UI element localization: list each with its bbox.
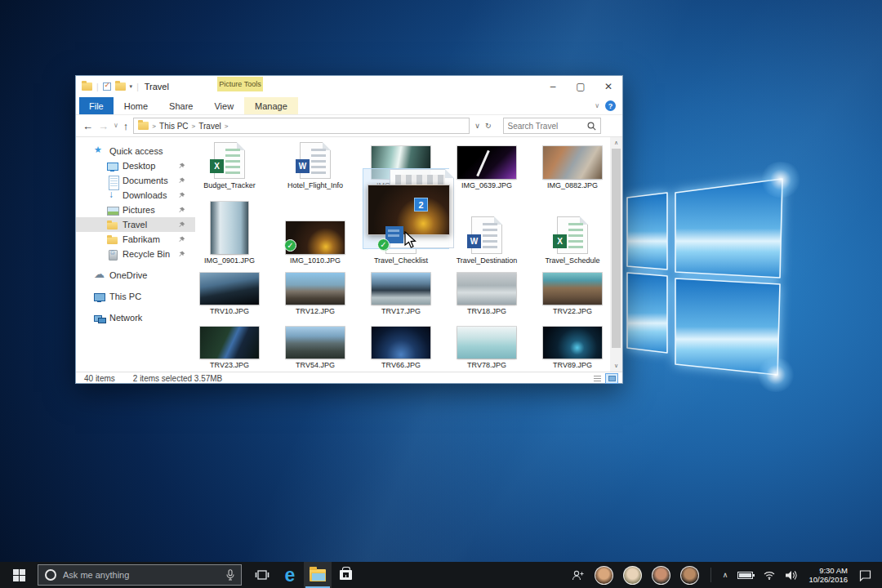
- ribbon-collapse-chevron-icon[interactable]: ∨: [595, 102, 599, 109]
- file-item[interactable]: TRV54.JPG: [274, 327, 356, 369]
- microphone-icon[interactable]: [226, 569, 234, 581]
- sidebar-item-onedrive[interactable]: OneDrive: [76, 268, 195, 283]
- file-item[interactable]: TRV89.JPG: [532, 327, 613, 369]
- sidebar-item-network[interactable]: Network: [76, 310, 195, 325]
- search-box[interactable]: [503, 118, 601, 134]
- sidebar-item-this-pc[interactable]: This PC: [76, 289, 195, 304]
- file-item[interactable]: TRV78.JPG: [446, 327, 528, 369]
- cortana-search-box[interactable]: [38, 564, 242, 586]
- sidebar-item-downloads[interactable]: Downloads: [76, 188, 195, 203]
- photo-thumbnail[interactable]: [372, 327, 430, 359]
- back-icon[interactable]: ←: [82, 121, 93, 131]
- wifi-icon[interactable]: [763, 570, 776, 580]
- details-view-button[interactable]: [590, 373, 604, 384]
- photo-thumbnail[interactable]: [200, 327, 259, 359]
- minimize-button[interactable]: –: [539, 76, 567, 97]
- photo-thumbnail[interactable]: [457, 273, 516, 305]
- photo-thumbnail[interactable]: [286, 327, 345, 359]
- word-file-icon[interactable]: W: [471, 216, 502, 254]
- breadcrumb-item[interactable]: This PC: [159, 122, 189, 131]
- breadcrumb-chevron-icon[interactable]: >: [152, 122, 156, 130]
- user-avatar[interactable]: [680, 566, 699, 585]
- sidebar-item-desktop[interactable]: Desktop: [76, 158, 195, 173]
- word-file-icon[interactable]: W: [300, 142, 331, 179]
- user-avatar[interactable]: [652, 566, 670, 585]
- new-folder-icon[interactable]: [115, 82, 126, 91]
- recent-locations-chevron-icon[interactable]: ∨: [114, 122, 118, 129]
- file-item[interactable]: ✓IMG_1010.JPG: [274, 194, 356, 265]
- forward-icon[interactable]: →: [98, 121, 109, 131]
- photo-thumbnail[interactable]: [286, 273, 345, 305]
- tab-share[interactable]: Share: [158, 97, 203, 114]
- help-icon[interactable]: ?: [605, 100, 616, 111]
- user-avatar[interactable]: [595, 566, 613, 585]
- file-item[interactable]: WHotel_Flight_Info: [274, 142, 356, 189]
- excel-file-icon[interactable]: X: [214, 142, 245, 179]
- breadcrumb-item[interactable]: Travel: [198, 122, 220, 131]
- show-hidden-icons-chevron-icon[interactable]: ∧: [723, 571, 728, 579]
- file-item[interactable]: IMG_0639.JPG: [446, 142, 528, 189]
- thumbnail-view-button[interactable]: [605, 373, 618, 384]
- file-item[interactable]: TRV66.JPG: [360, 327, 442, 369]
- sidebar-item-recycle-bin[interactable]: Recycle Bin: [76, 247, 195, 261]
- tab-manage[interactable]: Manage: [244, 97, 298, 114]
- photo-thumbnail[interactable]: [457, 146, 516, 179]
- address-dropdown-chevron-icon[interactable]: ∨: [474, 122, 480, 130]
- file-item[interactable]: TRV10.JPG: [189, 273, 270, 315]
- breadcrumb-chevron-icon[interactable]: >: [192, 122, 196, 130]
- photo-thumbnail[interactable]: [200, 273, 259, 305]
- file-item[interactable]: IMG_0901.JPG: [189, 194, 270, 265]
- start-button[interactable]: [0, 562, 38, 588]
- file-item[interactable]: XTravel_Schedule: [532, 194, 613, 265]
- up-icon[interactable]: ↑: [123, 121, 129, 131]
- sidebar-item-quick-access[interactable]: Quick access: [76, 144, 195, 158]
- sidebar-item-documents[interactable]: Documents: [76, 173, 195, 188]
- breadcrumb-chevron-icon[interactable]: >: [225, 122, 229, 130]
- properties-icon[interactable]: [103, 82, 111, 91]
- pin-icon: [178, 177, 185, 185]
- file-item[interactable]: TRV23.JPG: [189, 327, 270, 369]
- refresh-icon[interactable]: ↻: [485, 122, 492, 130]
- user-avatar[interactable]: [623, 566, 642, 585]
- tab-view[interactable]: View: [203, 97, 244, 114]
- file-item[interactable]: XBudget_Tracker: [189, 142, 270, 189]
- action-center-icon[interactable]: [858, 569, 872, 581]
- picture-tools-contextual-tab[interactable]: Picture Tools: [217, 77, 263, 91]
- sidebar-item-fabrikam[interactable]: Fabrikam: [76, 232, 195, 247]
- scroll-down-icon[interactable]: ∨: [614, 360, 618, 372]
- photo-thumbnail[interactable]: [457, 327, 516, 359]
- maximize-button[interactable]: ▢: [567, 76, 595, 97]
- file-item[interactable]: TRV12.JPG: [274, 273, 356, 315]
- excel-file-icon[interactable]: X: [557, 216, 588, 254]
- file-item[interactable]: TRV18.JPG: [446, 273, 528, 315]
- customize-qat-chevron-icon[interactable]: ▾: [130, 83, 133, 90]
- taskbar-clock[interactable]: 9:30 AM 10/26/2016: [808, 566, 848, 585]
- sidebar-item-travel[interactable]: Travel: [76, 217, 195, 232]
- search-input[interactable]: [508, 122, 587, 131]
- sidebar-item-pictures[interactable]: Pictures: [76, 203, 195, 217]
- file-item[interactable]: WTravel_Destination: [446, 194, 528, 265]
- volume-icon[interactable]: [786, 570, 798, 581]
- scrollbar[interactable]: ∧ ∨: [610, 137, 622, 372]
- file-item[interactable]: IMG_0882.JPG: [532, 142, 613, 189]
- taskbar-search-input[interactable]: [63, 570, 220, 580]
- people-icon[interactable]: [572, 569, 585, 581]
- address-bar[interactable]: >This PC>Travel>: [133, 118, 470, 134]
- photo-thumbnail[interactable]: [372, 273, 430, 305]
- photo-thumbnail[interactable]: [211, 202, 248, 254]
- photo-thumbnail[interactable]: [543, 273, 602, 305]
- file-item[interactable]: TRV22.JPG: [532, 273, 613, 315]
- file-item[interactable]: TRV17.JPG: [360, 273, 442, 315]
- battery-icon[interactable]: [737, 572, 753, 579]
- photo-thumbnail[interactable]: [543, 327, 602, 359]
- tab-file[interactable]: File: [79, 97, 114, 114]
- file-explorer-button[interactable]: [304, 562, 332, 588]
- close-button[interactable]: ✕: [595, 76, 622, 97]
- scrollbar-thumb[interactable]: [612, 149, 621, 348]
- edge-button[interactable]: e: [276, 562, 304, 588]
- task-view-button[interactable]: [248, 562, 276, 588]
- photo-thumbnail[interactable]: [543, 146, 602, 179]
- tab-home[interactable]: Home: [114, 97, 158, 114]
- store-button[interactable]: [332, 562, 359, 588]
- scroll-up-icon[interactable]: ∧: [614, 137, 618, 149]
